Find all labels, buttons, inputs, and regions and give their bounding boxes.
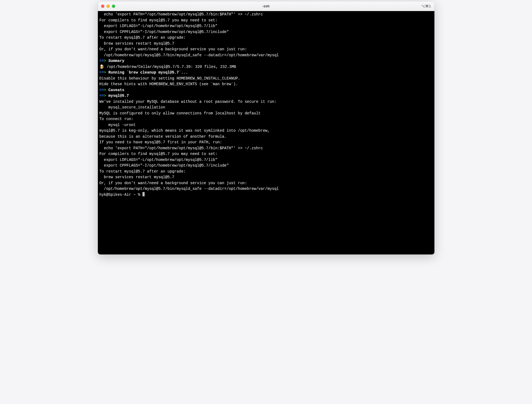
- section-heading: Caveats: [106, 88, 124, 92]
- arrow-icon: >: [104, 59, 106, 63]
- terminal-line: For compilers to find mysql@5.7 you may …: [99, 151, 433, 157]
- terminal-line: /opt/homebrew/opt/mysql@5.7/bin/mysqld_s…: [99, 52, 433, 58]
- terminal-heading-line: ==> Caveats: [99, 87, 433, 93]
- terminal-heading-line: ==> Summary: [99, 58, 433, 64]
- terminal-line: mysql_secure_installation: [99, 105, 433, 111]
- window-shortcut-indicator: ⌥⌘1: [421, 4, 431, 8]
- terminal-line: brew services restart mysql@5.7: [99, 174, 433, 180]
- arrow-icon: >: [104, 88, 106, 92]
- beer-icon: 🍺: [99, 64, 102, 70]
- terminal-window: -zsh ⌥⌘1 echo 'export PATH="/opt/homebre…: [98, 1, 435, 255]
- close-window-button[interactable]: [101, 5, 104, 8]
- minimize-window-button[interactable]: [107, 5, 110, 8]
- terminal-line: echo 'export PATH="/opt/homebrew/opt/mys…: [99, 145, 433, 151]
- terminal-line: export LDFLAGS="-L/opt/homebrew/opt/mysq…: [99, 23, 433, 29]
- section-heading: Summary: [106, 59, 124, 63]
- window-title: -zsh: [262, 4, 270, 8]
- maximize-window-button[interactable]: [112, 5, 115, 8]
- terminal-line: mysql@5.7 is keg-only, which means it wa…: [99, 128, 433, 134]
- terminal-content[interactable]: echo 'export PATH="/opt/homebrew/opt/mys…: [98, 11, 434, 254]
- terminal-line: To connect run:: [99, 116, 433, 122]
- terminal-line: export CPPFLAGS="-I/opt/homebrew/opt/mys…: [99, 29, 433, 35]
- terminal-line: Disable this behaviour by setting HOMEBR…: [99, 76, 433, 82]
- window-titlebar[interactable]: -zsh ⌥⌘1: [98, 1, 434, 11]
- arrow-icon: ==: [99, 59, 104, 63]
- terminal-heading-line: ==> mysql@5.7: [99, 93, 433, 99]
- terminal-line: export CPPFLAGS="-I/opt/homebrew/opt/mys…: [99, 163, 433, 169]
- terminal-line: To restart mysql@5.7 after an upgrade:: [99, 35, 433, 41]
- cursor-icon: [142, 192, 145, 196]
- terminal-line: because this is an alternate version of …: [99, 134, 433, 140]
- terminal-prompt-line[interactable]: hyk@Spikes-Air ~ %: [99, 192, 433, 198]
- section-heading: Running `brew cleanup mysql@5.7`...: [106, 70, 188, 75]
- terminal-line: Or, if you don't want/need a background …: [99, 47, 433, 52]
- terminal-line: We've installed your MySQL database with…: [99, 99, 433, 105]
- arrow-icon: ==: [99, 70, 104, 75]
- terminal-line: For compilers to find mysql@5.7 you may …: [99, 18, 433, 24]
- terminal-line: Hide these hints with HOMEBREW_NO_ENV_HI…: [99, 81, 433, 87]
- terminal-line: brew services restart mysql@5.7: [99, 41, 433, 47]
- terminal-line: echo 'export PATH="/opt/homebrew/opt/mys…: [99, 12, 433, 18]
- shell-prompt: hyk@Spikes-Air ~ %: [99, 193, 143, 197]
- terminal-line: MySQL is configured to only allow connec…: [99, 111, 433, 117]
- terminal-line: mysql -uroot: [99, 122, 433, 128]
- terminal-heading-line: ==> Running `brew cleanup mysql@5.7`...: [99, 70, 433, 76]
- terminal-line: To restart mysql@5.7 after an upgrade:: [99, 169, 433, 175]
- arrow-icon: >: [104, 94, 106, 98]
- arrow-icon: ==: [99, 94, 104, 98]
- terminal-line: export LDFLAGS="-L/opt/homebrew/opt/mysq…: [99, 157, 433, 163]
- section-heading: mysql@5.7: [106, 94, 129, 98]
- traffic-lights: [101, 5, 115, 8]
- terminal-line: /opt/homebrew/opt/mysql@5.7/bin/mysqld_s…: [99, 186, 433, 192]
- arrow-icon: >: [104, 70, 106, 75]
- summary-text: /opt/homebrew/Cellar/mysql@5.7/5.7.39: 3…: [102, 65, 236, 69]
- terminal-line: If you need to have mysql@5.7 first in y…: [99, 140, 433, 145]
- arrow-icon: ==: [99, 88, 104, 92]
- terminal-summary-line: 🍺 /opt/homebrew/Cellar/mysql@5.7/5.7.39:…: [99, 64, 433, 70]
- terminal-line: Or, if you don't want/need a background …: [99, 180, 433, 186]
